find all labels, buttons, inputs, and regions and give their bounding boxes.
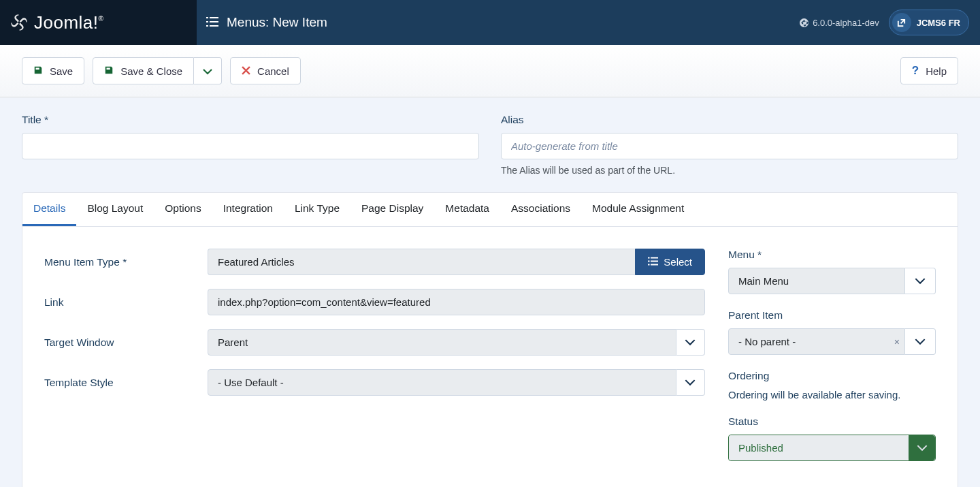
version-info[interactable]: 6.0.0-alpha1-dev [800,18,879,28]
version-text: 6.0.0-alpha1-dev [813,18,879,28]
alias-input[interactable] [501,133,958,159]
svg-rect-1 [210,17,218,18]
help-button[interactable]: ? Help [900,57,958,84]
list-small-icon [648,256,658,268]
tab-metadata[interactable]: Metadata [434,193,500,226]
clear-icon[interactable]: × [894,336,900,347]
profile-menu[interactable]: JCMS6 FR [889,10,969,35]
menu-item-type-select-button[interactable]: Select [635,249,705,275]
parent-item-chevron[interactable] [905,328,936,355]
status-label: Status [728,415,936,428]
menu-item-type-value [208,249,635,275]
svg-rect-6 [648,257,650,259]
admin-header: Joomla!® Menus: New Item 6.0.0-alpha1-de… [0,0,980,45]
svg-rect-5 [210,25,218,27]
alias-label: Alias [501,114,958,126]
cancel-icon [242,65,250,77]
status-chevron[interactable] [909,435,935,460]
save-close-button[interactable]: Save & Close [93,57,194,84]
target-window-select[interactable] [208,329,676,356]
link-label: Link [44,296,208,309]
chevron-down-icon [915,339,926,345]
parent-item-label: Parent Item [728,309,936,321]
brand-name: Joomla!® [34,12,103,33]
action-toolbar: Save Save & Close Cancel ? Help [0,45,980,97]
chevron-down-icon [685,339,696,346]
svg-rect-2 [206,21,208,22]
tab-link-type[interactable]: Link Type [284,193,350,226]
target-window-chevron[interactable] [676,329,705,356]
page-title: Menus: New Item [227,15,327,30]
svg-rect-0 [206,17,208,18]
tab-page-display[interactable]: Page Display [350,193,434,226]
title-input[interactable] [22,133,479,159]
template-style-label: Template Style [44,377,208,389]
tab-integration[interactable]: Integration [212,193,284,226]
svg-rect-4 [206,25,208,27]
external-link-icon [892,13,911,32]
svg-rect-3 [210,21,218,22]
cancel-button[interactable]: Cancel [230,57,301,84]
chevron-down-icon [915,278,926,285]
svg-rect-8 [648,261,650,262]
save-dropdown-button[interactable] [194,57,222,84]
save-button[interactable]: Save [22,57,84,84]
chevron-down-icon [917,445,928,452]
help-icon: ? [912,64,919,78]
tab-blog-layout[interactable]: Blog Layout [76,193,154,226]
joomla-icon [10,13,29,32]
joomla-small-icon [800,18,808,27]
svg-rect-11 [651,264,658,266]
list-icon [206,16,218,29]
tab-associations[interactable]: Associations [500,193,581,226]
parent-item-select[interactable] [728,328,905,355]
menu-item-type-label: Menu Item Type * [44,256,208,268]
svg-rect-9 [651,261,658,262]
link-value [208,289,705,315]
menu-select[interactable] [728,268,905,294]
menu-chevron[interactable] [905,268,936,294]
alias-hint: The Alias will be used as part of the UR… [501,165,958,176]
profile-label: JCMS6 FR [917,18,960,28]
save-close-icon [104,65,114,77]
tab-details[interactable]: Details [22,193,76,226]
template-style-chevron[interactable] [676,369,705,396]
brand-section: Joomla!® [0,0,197,45]
target-window-label: Target Window [44,336,208,349]
status-select[interactable] [729,435,909,460]
tab-bar: Details Blog Layout Options Integration … [22,193,958,227]
ordering-label: Ordering [728,370,936,382]
save-icon [33,65,43,77]
tab-module-assignment[interactable]: Module Assignment [581,193,695,226]
menu-label: Menu * [728,249,936,261]
ordering-text: Ordering will be available after saving. [728,389,936,400]
chevron-down-icon [203,65,212,77]
chevron-down-icon [685,379,696,386]
title-label: Title * [22,114,479,126]
svg-rect-10 [648,264,650,266]
template-style-select[interactable] [208,369,676,396]
tab-options[interactable]: Options [154,193,212,226]
title-bar: Menus: New Item [197,0,800,45]
svg-rect-7 [651,257,658,259]
